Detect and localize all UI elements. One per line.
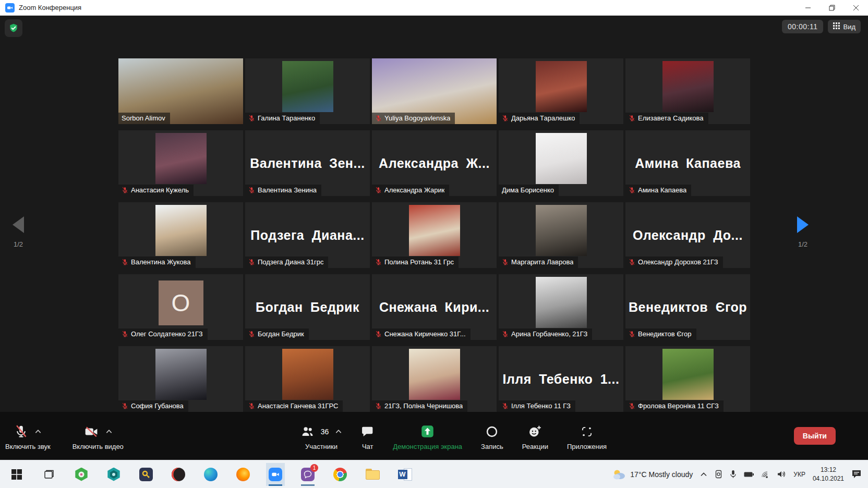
taskbar-app-start[interactable]	[7, 463, 26, 486]
participant-name-tag: Галина Тараненко	[245, 113, 320, 124]
taskbar-app-explorer[interactable]	[363, 463, 382, 486]
taskbar-app-app-hex-teal[interactable]	[104, 463, 123, 486]
chevron-up-icon[interactable]	[335, 429, 342, 434]
participant-tile[interactable]: Подзега Диана...Подзега Диана 31грс	[245, 202, 370, 268]
participant-name-tag: Дарьяна Таралешко	[499, 113, 580, 124]
tray-speaker-icon[interactable]	[777, 470, 786, 478]
chevron-up-icon[interactable]	[105, 429, 113, 434]
participant-name-tag: Венедиктов Єгор	[625, 328, 696, 340]
zoom-app-icon	[5, 3, 15, 13]
participant-name-tag: Sorbon Alimov	[118, 113, 170, 124]
hex-green-app-icon	[75, 468, 88, 481]
participant-tile[interactable]: Богдан БедрикБогдан Бедрик	[245, 274, 370, 340]
chevron-up-icon[interactable]	[34, 429, 42, 434]
taskbar-app-viber[interactable]: 1	[298, 463, 317, 486]
tray-network-icon[interactable]	[761, 470, 770, 478]
participant-name: Арина Горбаченко, 21ГЗ	[511, 330, 587, 338]
previous-page-arrow-icon[interactable]	[13, 216, 24, 233]
minimize-button[interactable]	[796, 0, 820, 15]
toolbar-unmute-audio[interactable]: Включить звук	[5, 422, 51, 450]
close-button[interactable]	[844, 0, 868, 15]
toolbar-share-screen[interactable]: Демонстрация экрана	[393, 422, 462, 450]
participant-tile[interactable]: Анастасія Ганчева 31ГРС	[245, 346, 370, 412]
tray-chevron-up-icon[interactable]	[700, 472, 707, 477]
keepass-icon	[139, 468, 153, 481]
participant-name-tag: Снежана Кириченко 31Г...	[372, 328, 471, 340]
participant-name-tag: Александра Жарик	[372, 185, 449, 196]
toolbar-start-video[interactable]: Включить видео	[73, 422, 124, 450]
taskbar-app-edge[interactable]	[201, 463, 220, 486]
tray-microphone-icon[interactable]	[730, 470, 737, 479]
muted-mic-icon	[629, 115, 635, 121]
muted-mic-icon	[375, 187, 382, 193]
participant-name: Амина Капаева	[638, 186, 686, 194]
participant-tile[interactable]: Маргарита Лаврова	[499, 202, 623, 268]
taskbar-clock[interactable]: 13:12 04.10.2021	[813, 466, 844, 482]
toolbar-apps[interactable]: Приложения	[567, 422, 607, 450]
muted-mic-icon	[502, 259, 509, 265]
taskbar-app-chrome[interactable]	[331, 463, 349, 486]
participant-tile[interactable]: Анастасия Кужель	[118, 130, 243, 196]
taskbar-app-firefox[interactable]	[234, 463, 252, 486]
security-shield-icon[interactable]	[5, 19, 22, 37]
participant-tile[interactable]: Фролова Вероніка 11 СГЗ	[625, 346, 750, 412]
muted-mic-icon	[248, 331, 255, 337]
participant-tile[interactable]: Арина Горбаченко, 21ГЗ	[499, 274, 623, 340]
participant-tile[interactable]: Yuliya Bogoyavlenska	[372, 58, 497, 124]
clock-date: 04.10.2021	[813, 474, 844, 483]
taskbar-app-word[interactable]: W	[395, 463, 414, 486]
taskbar-app-opera[interactable]	[169, 463, 188, 486]
muted-mic-icon	[375, 115, 382, 121]
participant-tile[interactable]: Александра Ж...Александра Жарик	[372, 130, 497, 196]
toolbar-participants[interactable]: 36Участники	[300, 422, 343, 450]
participant-tile[interactable]: Полина Ротань 31 Грс	[372, 202, 497, 268]
taskbar-app-app-hex-green[interactable]	[72, 463, 91, 486]
participant-tile[interactable]: OОлег Солдатенко 21ГЗ	[118, 274, 243, 340]
participant-photo	[282, 61, 333, 112]
participant-tile[interactable]: София Губанова	[118, 346, 243, 412]
participant-tile[interactable]: Ілля Тебенко 1...Ілля Тебенко 11 ГЗ	[499, 346, 623, 412]
share-screen-icon	[420, 424, 435, 438]
participant-tile[interactable]: Венедиктов ЄгорВенедиктов Єгор	[625, 274, 750, 340]
participant-name-tag: Валентина Зенина	[245, 185, 321, 196]
taskbar-app-task-view[interactable]	[40, 463, 58, 486]
participant-tile[interactable]: Снежана Кири...Снежана Кириченко 31Г...	[372, 274, 497, 340]
participant-tile[interactable]: Галина Тараненко	[245, 58, 370, 124]
weather-widget[interactable]: 17°C Mostly cloudy	[612, 469, 693, 480]
title-bar: Zoom Конференция	[0, 0, 868, 16]
participant-photo	[409, 205, 460, 256]
next-page-arrow-icon[interactable]	[797, 216, 809, 233]
muted-mic-icon	[629, 331, 635, 337]
restore-button[interactable]	[820, 0, 844, 15]
participant-tile[interactable]: Sorbon Alimov	[118, 58, 243, 124]
participants-grid: Sorbon AlimovГалина ТараненкоYuliya Bogo…	[118, 58, 750, 412]
participant-name: Венедиктов Єгор	[638, 330, 692, 338]
participant-tile[interactable]: Дима Борисенко	[499, 130, 623, 196]
toolbar-chat[interactable]: Чат	[361, 422, 374, 450]
leave-meeting-button[interactable]: Выйти	[794, 427, 836, 445]
participant-tile[interactable]: Елизавета Садикова	[625, 58, 750, 124]
participant-name: Полина Ротань 31 Грс	[384, 258, 454, 266]
word-icon: W	[398, 468, 412, 481]
participant-tile[interactable]: Дарьяна Таралешко	[499, 58, 623, 124]
tray-battery-icon[interactable]	[744, 471, 754, 478]
keyboard-language[interactable]: УКР	[793, 471, 805, 478]
taskbar-app-keepass[interactable]	[137, 463, 155, 486]
taskbar-app-zoom[interactable]	[266, 463, 285, 486]
tray-device-icon[interactable]	[715, 470, 722, 479]
participant-tile[interactable]: Амина КапаеваАмина Капаева	[625, 130, 750, 196]
participant-tile[interactable]: 21ГЗ, Поліна Чернишова	[372, 346, 497, 412]
toolbar-reactions[interactable]: Реакции	[522, 422, 548, 450]
participant-photo	[536, 277, 587, 328]
muted-mic-icon	[122, 187, 128, 193]
participant-name: Маргарита Лаврова	[511, 258, 573, 266]
participant-photo	[282, 349, 333, 400]
notifications-icon[interactable]	[851, 470, 862, 479]
toolbar-record[interactable]: Запись	[481, 422, 503, 450]
toolbar-item-label: Реакции	[522, 443, 548, 450]
participant-tile[interactable]: Валентина Жукова	[118, 202, 243, 268]
chat-icon	[361, 425, 374, 438]
participant-tile[interactable]: Олександр До...Олександр Дорохов 21ГЗ	[625, 202, 750, 268]
participant-tile[interactable]: Валентина Зен...Валентина Зенина	[245, 130, 370, 196]
view-button[interactable]: Вид	[828, 20, 861, 33]
